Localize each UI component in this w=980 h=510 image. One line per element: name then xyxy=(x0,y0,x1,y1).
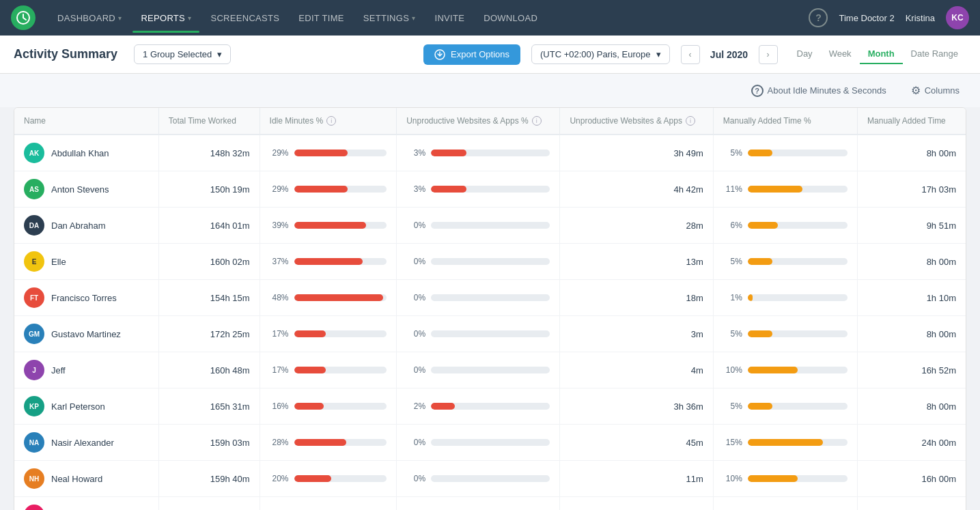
nav-reports[interactable]: REPORTS ▾ xyxy=(132,9,199,27)
timezone-selector[interactable]: (UTC +02:00) Paris, Europe ▾ xyxy=(531,44,669,64)
total-time-value: 148h 32m xyxy=(210,148,250,158)
unproductive-pct-bar-track xyxy=(431,150,550,156)
table-row[interactable]: AK Abdullah Khan 148h 32m 29% 3% 3h 49m … xyxy=(14,134,966,171)
row-name: Francisco Torres xyxy=(51,293,117,303)
tab-day[interactable]: Day xyxy=(789,44,821,64)
data-table-container: Name Total Time Worked Idle Minutes % i xyxy=(14,107,966,510)
cell-idle-pct-8: 28% xyxy=(260,425,397,461)
cell-name-8: NA Nasir Alexander xyxy=(14,425,158,461)
tab-month[interactable]: Month xyxy=(860,44,903,64)
cell-name-6: J Jeff xyxy=(14,352,158,388)
prev-period-button[interactable]: ‹ xyxy=(681,45,700,64)
unproductive-pct-bar-track xyxy=(431,403,550,410)
cell-unproductive-pct-0: 3% xyxy=(397,134,560,171)
row-avatar: DA xyxy=(24,215,44,236)
table-row[interactable]: J Jeff 160h 48m 17% 0% 4m 10% 16h 52m xyxy=(14,352,966,388)
manually-pct-bar-track xyxy=(748,475,848,482)
cell-manually-pct-8: 15% xyxy=(713,425,857,461)
idle-pct-bar-fill xyxy=(294,439,346,446)
logo[interactable] xyxy=(11,5,36,30)
table-row[interactable]: NA Nasir Alexander 159h 03m 28% 0% 45m 1… xyxy=(14,425,966,461)
manually-abs-value: 17h 03m xyxy=(921,184,956,195)
unproductive-pct-info-icon[interactable]: i xyxy=(532,116,542,126)
unproductive-abs-value: 3h 36m xyxy=(673,401,703,412)
table-row[interactable]: PI Paul Iyambo 170h 45m 21% 2% 2h 55m 0%… xyxy=(14,497,966,511)
cell-manually-pct-9: 10% xyxy=(713,461,857,497)
cell-manually-abs-7: 8h 00m xyxy=(858,388,966,425)
cell-idle-pct-6: 17% xyxy=(260,352,397,388)
total-time-value: 160h 48m xyxy=(210,365,250,376)
table-row[interactable]: E Elle 160h 02m 37% 0% 13m 5% 8h 00m xyxy=(14,244,966,280)
manually-pct-label: 15% xyxy=(723,438,742,447)
unproductive-abs-value: 4m xyxy=(691,365,703,376)
next-period-button[interactable]: › xyxy=(759,45,778,64)
unproductive-abs-value: 18m xyxy=(686,293,703,303)
nav-dashboard[interactable]: DASHBOARD ▾ xyxy=(49,9,130,27)
nav-edit-time[interactable]: EDIT TIME xyxy=(290,9,352,27)
cell-unproductive-abs-5: 3m xyxy=(560,316,713,352)
row-avatar: NA xyxy=(24,432,44,453)
nav-invite[interactable]: INVITE xyxy=(426,9,473,27)
unproductive-pct-label: 0% xyxy=(406,293,425,302)
table-row[interactable]: DA Dan Abraham 164h 01m 39% 0% 28m 6% 9h… xyxy=(14,208,966,244)
cell-unproductive-pct-9: 0% xyxy=(397,461,560,497)
unproductive-abs-value: 13m xyxy=(686,257,703,267)
cell-manually-abs-9: 16h 00m xyxy=(858,461,966,497)
manually-pct-bar-fill xyxy=(748,186,802,193)
date-navigation: ‹ Jul 2020 › xyxy=(681,45,778,64)
idle-pct-info-icon[interactable]: i xyxy=(326,116,336,126)
table-row[interactable]: GM Gustavo Martinez 172h 25m 17% 0% 3m 5… xyxy=(14,316,966,352)
cell-manually-pct-1: 11% xyxy=(713,171,857,208)
export-icon xyxy=(434,49,445,60)
cell-idle-pct-1: 29% xyxy=(260,171,397,208)
idle-pct-bar-track xyxy=(294,439,387,446)
unproductive-pct-label: 0% xyxy=(406,438,425,447)
group-selector[interactable]: 1 Group Selected ▾ xyxy=(134,44,231,64)
nav-settings[interactable]: SETTINGS ▾ xyxy=(355,9,424,27)
nav-screencasts[interactable]: SCREENCASTS xyxy=(202,9,288,27)
export-options-button[interactable]: Export Options xyxy=(423,44,520,65)
total-time-value: 160h 02m xyxy=(210,257,250,267)
unproductive-abs-info-icon[interactable]: i xyxy=(686,116,695,126)
user-avatar[interactable]: KC xyxy=(946,6,969,29)
idle-pct-bar-track xyxy=(294,294,387,301)
subheader: Activity Summary 1 Group Selected ▾ Expo… xyxy=(0,36,980,74)
cell-unproductive-pct-5: 0% xyxy=(397,316,560,352)
idle-info-button[interactable]: ? About Idle Minutes & Seconds xyxy=(744,81,893,100)
col-header-manually-pct: Manually Added Time % xyxy=(713,108,857,134)
manually-abs-value: 9h 51m xyxy=(927,221,956,231)
help-button[interactable]: ? xyxy=(809,8,828,27)
idle-pct-bar-track xyxy=(294,403,387,410)
reports-active-indicator xyxy=(132,31,199,33)
table-row[interactable]: NH Neal Howard 159h 40m 20% 0% 11m 10% 1… xyxy=(14,461,966,497)
cell-manually-pct-7: 5% xyxy=(713,388,857,425)
idle-pct-bar-fill xyxy=(294,475,331,482)
cell-manually-abs-5: 8h 00m xyxy=(858,316,966,352)
table-row[interactable]: FT Francisco Torres 154h 15m 48% 0% 18m … xyxy=(14,280,966,316)
manually-pct-bar-fill xyxy=(748,150,773,156)
columns-button[interactable]: ⚙ Columns xyxy=(904,81,966,100)
nav-download[interactable]: DOWNLOAD xyxy=(475,9,546,27)
idle-pct-bar-fill xyxy=(294,330,326,337)
manually-pct-label: 1% xyxy=(723,293,742,302)
nav-items: DASHBOARD ▾ REPORTS ▾ SCREENCASTS EDIT T… xyxy=(49,9,809,27)
tab-week[interactable]: Week xyxy=(821,44,860,64)
unproductive-pct-bar-track xyxy=(431,330,550,337)
cell-unproductive-pct-10: 2% xyxy=(397,497,560,511)
row-name: Elle xyxy=(51,257,66,267)
manually-abs-value: 8h 00m xyxy=(927,148,956,158)
cell-manually-pct-2: 6% xyxy=(713,208,857,244)
cell-idle-pct-4: 48% xyxy=(260,280,397,316)
row-avatar: PI xyxy=(24,505,44,510)
current-period-label: Jul 2020 xyxy=(705,49,753,60)
unproductive-pct-bar-track xyxy=(431,439,550,446)
cell-name-0: AK Abdullah Khan xyxy=(14,134,158,171)
table-row[interactable]: KP Karl Peterson 165h 31m 16% 2% 3h 36m … xyxy=(14,388,966,425)
cell-name-5: GM Gustavo Martinez xyxy=(14,316,158,352)
cell-unproductive-abs-1: 4h 42m xyxy=(560,171,713,208)
tab-date-range[interactable]: Date Range xyxy=(903,44,966,64)
cell-unproductive-pct-2: 0% xyxy=(397,208,560,244)
table-row[interactable]: AS Anton Stevens 150h 19m 29% 3% 4h 42m … xyxy=(14,171,966,208)
cell-unproductive-pct-8: 0% xyxy=(397,425,560,461)
manually-pct-label: 5% xyxy=(723,401,742,411)
